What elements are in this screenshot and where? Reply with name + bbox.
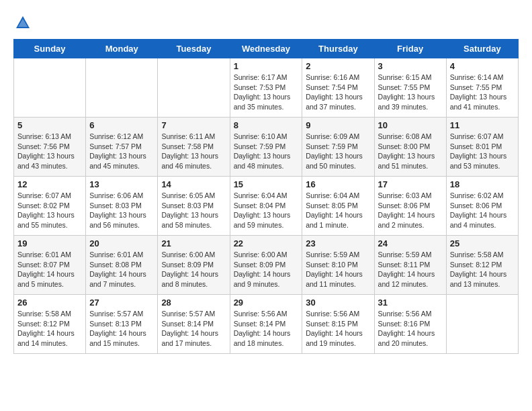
day-info: Sunrise: 6:08 AM Sunset: 8:00 PM Dayligh… <box>378 132 443 171</box>
day-number: 17 <box>378 179 443 189</box>
calendar-cell: 5Sunrise: 6:13 AM Sunset: 7:56 PM Daylig… <box>14 118 86 177</box>
day-info: Sunrise: 6:14 AM Sunset: 7:55 PM Dayligh… <box>450 73 515 112</box>
calendar-table: SundayMondayTuesdayWednesdayThursdayFrid… <box>13 39 519 354</box>
day-number: 9 <box>306 120 370 130</box>
weekday-header-friday: Friday <box>374 40 446 58</box>
day-number: 27 <box>89 298 154 308</box>
calendar-cell: 1Sunrise: 6:17 AM Sunset: 7:53 PM Daylig… <box>230 58 302 118</box>
calendar-cell: 11Sunrise: 6:07 AM Sunset: 8:01 PM Dayli… <box>446 118 518 177</box>
day-info: Sunrise: 6:01 AM Sunset: 8:08 PM Dayligh… <box>89 250 154 289</box>
calendar-cell <box>86 58 158 118</box>
calendar-cell: 2Sunrise: 6:16 AM Sunset: 7:54 PM Daylig… <box>302 58 374 118</box>
day-number: 5 <box>17 120 82 130</box>
day-number: 24 <box>378 238 443 248</box>
calendar-cell: 19Sunrise: 6:01 AM Sunset: 8:07 PM Dayli… <box>14 236 86 295</box>
calendar-cell: 10Sunrise: 6:08 AM Sunset: 8:00 PM Dayli… <box>374 118 446 177</box>
weekday-header-saturday: Saturday <box>446 40 518 58</box>
day-number: 20 <box>89 238 154 248</box>
calendar-cell: 25Sunrise: 5:58 AM Sunset: 8:12 PM Dayli… <box>446 236 518 295</box>
day-info: Sunrise: 6:15 AM Sunset: 7:55 PM Dayligh… <box>378 73 443 112</box>
day-number: 26 <box>17 298 82 308</box>
day-number: 8 <box>234 120 299 130</box>
calendar-cell: 8Sunrise: 6:10 AM Sunset: 7:59 PM Daylig… <box>230 118 302 177</box>
calendar-cell: 7Sunrise: 6:11 AM Sunset: 7:58 PM Daylig… <box>158 118 230 177</box>
day-info: Sunrise: 6:01 AM Sunset: 8:07 PM Dayligh… <box>17 250 82 289</box>
weekday-header-wednesday: Wednesday <box>230 40 302 58</box>
day-info: Sunrise: 6:03 AM Sunset: 8:06 PM Dayligh… <box>378 191 443 230</box>
day-info: Sunrise: 5:56 AM Sunset: 8:16 PM Dayligh… <box>378 309 443 349</box>
day-info: Sunrise: 6:12 AM Sunset: 7:57 PM Dayligh… <box>89 132 154 171</box>
calendar-cell <box>158 58 230 118</box>
weekday-header-thursday: Thursday <box>302 40 374 58</box>
calendar-cell <box>14 58 86 118</box>
calendar-cell: 30Sunrise: 5:56 AM Sunset: 8:15 PM Dayli… <box>302 295 374 354</box>
day-number: 10 <box>378 120 443 130</box>
calendar-cell: 26Sunrise: 5:58 AM Sunset: 8:12 PM Dayli… <box>14 295 86 354</box>
day-info: Sunrise: 6:04 AM Sunset: 8:05 PM Dayligh… <box>306 191 370 230</box>
day-number: 1 <box>234 61 299 71</box>
calendar-cell: 15Sunrise: 6:04 AM Sunset: 8:04 PM Dayli… <box>230 177 302 236</box>
day-info: Sunrise: 6:04 AM Sunset: 8:04 PM Dayligh… <box>234 191 299 230</box>
calendar-cell: 14Sunrise: 6:05 AM Sunset: 8:03 PM Dayli… <box>158 177 230 236</box>
calendar-cell: 28Sunrise: 5:57 AM Sunset: 8:14 PM Dayli… <box>158 295 230 354</box>
weekday-header-sunday: Sunday <box>14 40 86 58</box>
calendar-cell: 6Sunrise: 6:12 AM Sunset: 7:57 PM Daylig… <box>86 118 158 177</box>
day-info: Sunrise: 6:05 AM Sunset: 8:03 PM Dayligh… <box>161 191 226 230</box>
calendar-cell: 17Sunrise: 6:03 AM Sunset: 8:06 PM Dayli… <box>374 177 446 236</box>
logo <box>13 13 35 32</box>
page-header <box>13 13 519 32</box>
day-info: Sunrise: 5:59 AM Sunset: 8:10 PM Dayligh… <box>306 250 370 289</box>
day-info: Sunrise: 5:56 AM Sunset: 8:14 PM Dayligh… <box>234 309 299 349</box>
day-number: 7 <box>161 120 226 130</box>
calendar-week-1: 1Sunrise: 6:17 AM Sunset: 7:53 PM Daylig… <box>14 58 519 118</box>
day-info: Sunrise: 6:07 AM Sunset: 8:02 PM Dayligh… <box>17 191 82 230</box>
calendar-week-3: 12Sunrise: 6:07 AM Sunset: 8:02 PM Dayli… <box>14 177 519 236</box>
day-number: 15 <box>234 179 299 189</box>
weekday-header-monday: Monday <box>86 40 158 58</box>
day-info: Sunrise: 6:09 AM Sunset: 7:59 PM Dayligh… <box>306 132 370 171</box>
calendar-header: SundayMondayTuesdayWednesdayThursdayFrid… <box>14 40 519 58</box>
day-info: Sunrise: 6:10 AM Sunset: 7:59 PM Dayligh… <box>234 132 299 171</box>
calendar-cell: 29Sunrise: 5:56 AM Sunset: 8:14 PM Dayli… <box>230 295 302 354</box>
calendar-cell: 13Sunrise: 6:06 AM Sunset: 8:03 PM Dayli… <box>86 177 158 236</box>
day-info: Sunrise: 5:58 AM Sunset: 8:12 PM Dayligh… <box>17 309 82 349</box>
day-info: Sunrise: 5:57 AM Sunset: 8:14 PM Dayligh… <box>161 309 226 349</box>
calendar-cell: 23Sunrise: 5:59 AM Sunset: 8:10 PM Dayli… <box>302 236 374 295</box>
calendar-cell <box>446 295 518 354</box>
calendar-cell: 24Sunrise: 5:59 AM Sunset: 8:11 PM Dayli… <box>374 236 446 295</box>
day-info: Sunrise: 5:59 AM Sunset: 8:11 PM Dayligh… <box>378 250 443 289</box>
day-number: 6 <box>89 120 154 130</box>
day-number: 23 <box>306 238 370 248</box>
day-number: 25 <box>450 238 515 248</box>
weekday-header-tuesday: Tuesday <box>158 40 230 58</box>
calendar-cell: 22Sunrise: 6:00 AM Sunset: 8:09 PM Dayli… <box>230 236 302 295</box>
day-info: Sunrise: 6:07 AM Sunset: 8:01 PM Dayligh… <box>450 132 515 171</box>
calendar-week-2: 5Sunrise: 6:13 AM Sunset: 7:56 PM Daylig… <box>14 118 519 177</box>
day-info: Sunrise: 6:00 AM Sunset: 8:09 PM Dayligh… <box>234 250 299 289</box>
day-number: 16 <box>306 179 370 189</box>
day-info: Sunrise: 6:13 AM Sunset: 7:56 PM Dayligh… <box>17 132 82 171</box>
day-number: 12 <box>17 179 82 189</box>
day-info: Sunrise: 6:06 AM Sunset: 8:03 PM Dayligh… <box>89 191 154 230</box>
day-number: 13 <box>89 179 154 189</box>
day-number: 3 <box>378 61 443 71</box>
calendar-cell: 9Sunrise: 6:09 AM Sunset: 7:59 PM Daylig… <box>302 118 374 177</box>
logo-icon <box>13 13 32 32</box>
calendar-cell: 3Sunrise: 6:15 AM Sunset: 7:55 PM Daylig… <box>374 58 446 118</box>
calendar-cell: 12Sunrise: 6:07 AM Sunset: 8:02 PM Dayli… <box>14 177 86 236</box>
day-info: Sunrise: 6:02 AM Sunset: 8:06 PM Dayligh… <box>450 191 515 230</box>
day-number: 21 <box>161 238 226 248</box>
day-number: 29 <box>234 298 299 308</box>
day-info: Sunrise: 5:57 AM Sunset: 8:13 PM Dayligh… <box>89 309 154 349</box>
calendar-cell: 18Sunrise: 6:02 AM Sunset: 8:06 PM Dayli… <box>446 177 518 236</box>
day-number: 2 <box>306 61 370 71</box>
day-number: 30 <box>306 298 370 308</box>
day-info: Sunrise: 5:58 AM Sunset: 8:12 PM Dayligh… <box>450 250 515 289</box>
day-number: 19 <box>17 238 82 248</box>
day-number: 31 <box>378 298 443 308</box>
day-number: 22 <box>234 238 299 248</box>
day-info: Sunrise: 6:00 AM Sunset: 8:09 PM Dayligh… <box>161 250 226 289</box>
calendar-cell: 4Sunrise: 6:14 AM Sunset: 7:55 PM Daylig… <box>446 58 518 118</box>
day-number: 18 <box>450 179 515 189</box>
calendar-week-4: 19Sunrise: 6:01 AM Sunset: 8:07 PM Dayli… <box>14 236 519 295</box>
